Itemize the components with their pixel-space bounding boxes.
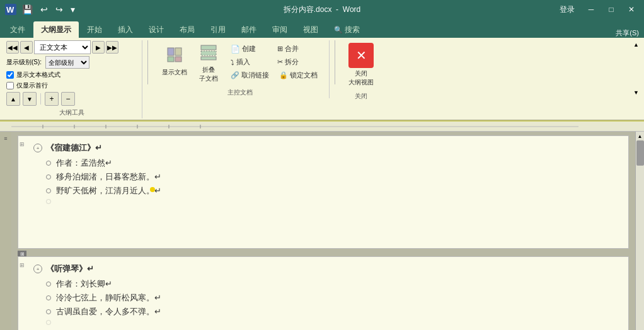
page1-line2: 移舟泊烟渚，日暮客愁新。↵: [33, 171, 622, 183]
divider1: [147, 40, 148, 84]
page2-content: + 《听弹琴》↵ 作者：刘长卿↵ 泠泠七弦上，静听松风寒。↵ 古调虽自爱，令人多…: [22, 263, 622, 325]
merge-button[interactable]: ⊞ 合并: [273, 43, 318, 55]
master-right-col: 📄 创建 ⊞ 合并 ⤵ 插入 ✂ 拆分: [227, 40, 321, 81]
page2-bullet4: [46, 320, 51, 325]
svg-rect-6: [201, 45, 216, 50]
tab-insert[interactable]: 插入: [110, 21, 141, 38]
svg-rect-2: [168, 48, 174, 55]
login-button[interactable]: 登录: [556, 3, 578, 16]
move-up-button[interactable]: ▲: [6, 92, 20, 106]
fold-subdoc-icon: [199, 43, 218, 64]
unlink-icon: 🔗: [231, 71, 239, 79]
minimize-icon[interactable]: ─: [584, 3, 599, 16]
tabs-row: 文件 大纲显示 开始 插入 设计 布局 引用 邮件 审阅 视图 🔍 搜索 共享(…: [0, 19, 644, 38]
title-bar: W 💾 ↩ ↪ ▾ 拆分内容.docx - Word 登录 ─ □ ✕: [0, 0, 644, 19]
level-select[interactable]: 正文文本 1级 2级 3级: [34, 40, 91, 54]
tab-home[interactable]: 开始: [79, 21, 110, 38]
tab-layout[interactable]: 布局: [172, 21, 202, 38]
insert-split-row: ⤵ 插入 ✂ 拆分: [227, 56, 321, 68]
insert-button[interactable]: ⤵ 插入: [227, 56, 271, 68]
page2-bullet2: [46, 295, 51, 300]
page2-title-row: + 《听弹琴》↵: [33, 263, 622, 275]
show-first-line-checkbox[interactable]: [6, 82, 14, 89]
svg-rect-5: [175, 57, 181, 62]
outline-tools-label: 大纲工具: [6, 106, 137, 117]
move-down-button[interactable]: ▼: [23, 92, 37, 106]
tab-references[interactable]: 引用: [203, 21, 233, 38]
show-doc-button[interactable]: 显示文档: [159, 40, 190, 82]
show-options-row: 显示级别(S): 全部级别 1级 2级: [6, 56, 89, 69]
maximize-icon[interactable]: □: [604, 3, 619, 16]
page-2: ⊞ + 《听弹琴》↵ 作者：刘长卿↵ 泠泠七弦上，静听松风寒。↵: [18, 256, 629, 330]
demote-button[interactable]: ▶: [92, 41, 105, 54]
page2-line3: 古调虽自爱，令人多不弹。↵: [33, 306, 622, 317]
tab-outline[interactable]: 大纲显示: [33, 21, 79, 38]
redo-quick-icon[interactable]: ↪: [54, 3, 65, 16]
page1-text2: 移舟泊烟渚，日暮客愁新。↵: [56, 171, 161, 183]
page1-text1: 作者：孟浩然↵: [56, 157, 112, 169]
promote-to-heading1-button[interactable]: ◀◀: [6, 41, 19, 54]
show-text-format-checkbox[interactable]: [6, 71, 14, 79]
expand-button[interactable]: +: [45, 92, 59, 106]
demote-to-body-button[interactable]: ▶▶: [106, 41, 118, 54]
left-strip: ≡: [0, 132, 11, 330]
ribbon-scroll-up[interactable]: ▲: [633, 42, 639, 48]
quickaccess-dropdown-icon[interactable]: ▾: [69, 3, 77, 16]
split-button[interactable]: ✂ 拆分: [273, 56, 318, 68]
tab-file[interactable]: 文件: [3, 21, 33, 38]
unlink-lock-row: 🔗 取消链接 🔒 锁定文档: [227, 69, 321, 81]
collapse-button[interactable]: −: [61, 92, 75, 106]
close-outline-label: 关闭 大纲视图: [348, 69, 374, 87]
page1-title: 《宿建德江》↵: [46, 142, 102, 154]
page1-bullet2: [46, 174, 51, 179]
create-icon: 📄: [231, 45, 240, 54]
page1-title-row: + 《宿建德江》↵: [33, 142, 622, 154]
tab-design[interactable]: 设计: [141, 21, 171, 38]
lock-doc-button[interactable]: 🔒 锁定文档: [275, 69, 321, 81]
show-first-line-label: 仅显示首行: [16, 81, 48, 90]
main-content-row: ≡ ⊞ + 《宿建德江》↵ 作者：孟浩: [0, 132, 644, 330]
page2-left-markers: ⊞: [20, 262, 25, 268]
show-level-select[interactable]: 全部级别 1级 2级: [45, 56, 89, 69]
svg-rect-4: [168, 57, 174, 62]
scroll-up-button[interactable]: ▲: [636, 132, 645, 140]
page-1: ⊞ + 《宿建德江》↵ 作者：孟浩然↵ 移舟泊烟渚，日暮客愁新: [18, 135, 629, 249]
page2-line1: 作者：刘长卿↵: [33, 278, 622, 290]
scroll-thumb[interactable]: [636, 140, 644, 166]
split-icon: ✂: [277, 58, 283, 66]
page2-text1: 作者：刘长卿↵: [56, 278, 112, 290]
page2-grid-icon: ⊞: [20, 262, 25, 268]
move-row: ▲ ▼ + −: [6, 92, 75, 106]
page2-line2: 泠泠七弦上，静听松风寒。↵: [33, 292, 622, 304]
scroll-track: [636, 140, 644, 330]
tab-review[interactable]: 审阅: [265, 21, 295, 38]
tab-view[interactable]: 视图: [296, 21, 326, 38]
fold-subdoc-button[interactable]: 折叠 子文档: [193, 40, 224, 86]
promote-button[interactable]: ◀: [20, 41, 33, 54]
page1-expand-dot[interactable]: +: [33, 144, 42, 152]
page2-bullet3: [46, 309, 51, 314]
tab-mailings[interactable]: 邮件: [234, 21, 264, 38]
outline-row1: ◀◀ ◀ 正文文本 1级 2级 3级 ▶ ▶▶: [6, 40, 118, 54]
filename-label: 拆分内容.docx: [284, 5, 332, 14]
undo-quick-icon[interactable]: ↩: [38, 3, 50, 16]
search-icon: 🔍: [334, 26, 343, 34]
close-icon[interactable]: ✕: [624, 3, 639, 16]
svg-rect-7: [201, 51, 216, 55]
ribbon-group-close: ✕ 关闭 大纲视图 关闭: [340, 40, 384, 102]
page1-grid-icon: ⊞: [20, 141, 25, 147]
save-quick-icon[interactable]: 💾: [20, 3, 35, 16]
share-button[interactable]: 共享(S): [616, 28, 639, 38]
close-outline-button[interactable]: ✕ 关闭 大纲视图: [345, 40, 377, 89]
horizontal-ruler: [0, 122, 644, 132]
divider2: [335, 40, 335, 84]
tab-search[interactable]: 🔍 搜索: [326, 21, 367, 38]
unlink-button[interactable]: 🔗 取消链接: [227, 69, 273, 81]
create-button[interactable]: 📄 创建: [227, 43, 271, 55]
page2-expand-dot[interactable]: +: [33, 265, 42, 273]
page2-text3: 古调虽自爱，令人多不弹。↵: [56, 306, 161, 317]
show-doc-icon: [165, 45, 184, 67]
ribbon-scroll-down[interactable]: ▼: [633, 89, 639, 96]
page1-text3: 野旷天低树，江清月近人。↵: [56, 185, 161, 196]
pages-area[interactable]: ⊞ + 《宿建德江》↵ 作者：孟浩然↵ 移舟泊烟渚，日暮客愁新: [11, 132, 635, 330]
